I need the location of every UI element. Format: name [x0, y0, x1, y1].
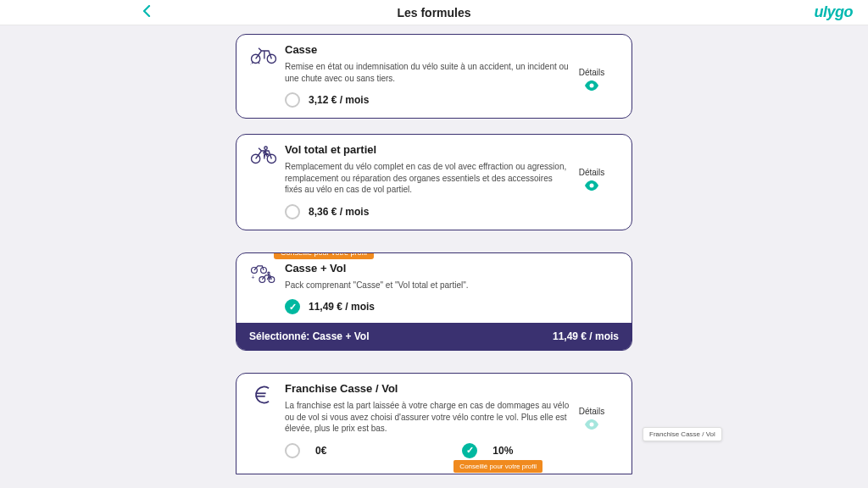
euro-icon [249, 382, 285, 406]
plan-title: Casse [285, 43, 612, 56]
selected-label: Sélectionné: Casse + Vol [249, 330, 370, 342]
franchise-card: Franchise Casse / Vol La franchise est l… [236, 373, 632, 474]
plan-title: Casse + Vol [285, 262, 612, 274]
plan-description: Remplacement du vélo complet en cas de v… [285, 161, 571, 196]
svg-point-12 [268, 272, 270, 274]
plan-card-vol[interactable]: Vol total et partiel Remplacement du vél… [236, 134, 632, 230]
recommended-badge: Conseillé pour votre profil [453, 460, 542, 473]
franchise-option-0[interactable]: 0€ [285, 443, 326, 458]
plan-price: 11,49 € / mois [309, 301, 375, 313]
plan-card-combo[interactable]: Conseillé pour votre profil + Casse + Vo… [236, 252, 632, 352]
svg-text:+: + [252, 274, 255, 280]
header: Les formules ulygo [0, 0, 868, 25]
franchise-title: Franchise Casse / Vol [285, 382, 612, 395]
details-button[interactable]: Détails [571, 161, 612, 198]
svg-point-2 [590, 83, 594, 87]
radio-combo[interactable] [285, 299, 300, 314]
radio-vol[interactable] [285, 204, 300, 219]
plan-card-casse[interactable]: Casse Remise en état ou indemnisation du… [236, 34, 632, 119]
bike-theft-icon [249, 143, 285, 167]
details-button[interactable]: Détails [571, 400, 612, 437]
details-button[interactable]: Détails [571, 61, 612, 98]
svg-point-6 [590, 183, 594, 187]
eye-icon [584, 80, 599, 92]
bike-broken-icon [249, 43, 285, 67]
svg-point-5 [264, 147, 267, 149]
svg-point-15 [590, 422, 594, 426]
svg-point-0 [252, 54, 260, 63]
plan-description: Remise en état ou indemnisation du vélo … [285, 61, 571, 84]
content-area: Casse Remise en état ou indemnisation du… [0, 25, 868, 474]
selected-price: 11,49 € / mois [553, 330, 619, 342]
plan-title: Vol total et partiel [285, 143, 612, 156]
plan-price: 8,36 € / mois [309, 206, 369, 218]
page-title: Les formules [397, 6, 470, 19]
radio-franchise-0[interactable] [285, 443, 300, 458]
tooltip: Franchise Casse / Vol [643, 427, 722, 441]
franchise-option-10[interactable]: 10% Conseillé pour votre profil [462, 443, 513, 458]
svg-point-1 [267, 54, 275, 63]
selection-summary-bar: Sélectionné: Casse + Vol 11,49 € / mois [236, 323, 632, 350]
radio-casse[interactable] [285, 92, 300, 108]
radio-franchise-10[interactable] [462, 443, 477, 458]
bike-combo-icon: + [249, 262, 285, 286]
plan-price: 3,12 € / mois [309, 94, 369, 106]
back-button[interactable] [15, 5, 270, 20]
eye-icon [584, 419, 599, 431]
eye-icon [584, 180, 599, 192]
recommended-badge: Conseillé pour votre profil [274, 252, 374, 259]
plan-description: Pack comprenant "Casse" et "Vol total et… [285, 280, 612, 291]
franchise-description: La franchise est la part laissée à votre… [285, 400, 571, 435]
brand-logo: ulygo [815, 3, 854, 21]
